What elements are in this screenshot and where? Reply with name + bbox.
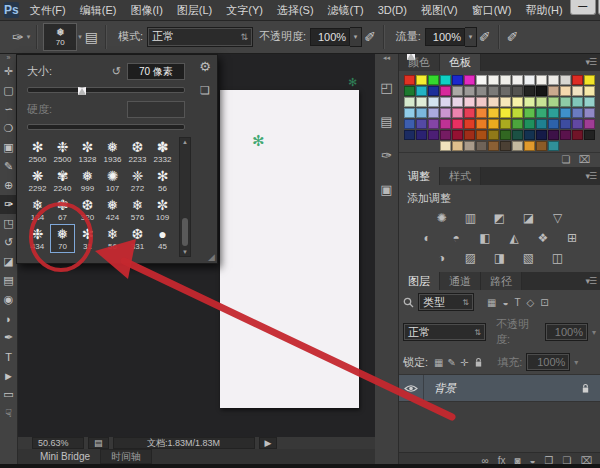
brush-preset-109[interactable]: ✼109 xyxy=(150,195,175,224)
crop-tool[interactable]: ▣ xyxy=(0,138,17,157)
brush-preset-67[interactable]: ❃67 xyxy=(50,195,75,224)
threshold-icon[interactable]: ◨ xyxy=(491,251,509,265)
color-swatch[interactable] xyxy=(476,108,487,118)
exposure-icon[interactable]: ◪ xyxy=(520,211,538,225)
color-swatch[interactable] xyxy=(452,75,463,85)
brush-preset-272[interactable]: ❈272 xyxy=(125,166,150,195)
quick-selection-tool[interactable]: ❍ xyxy=(0,119,17,138)
tablet-opacity-icon[interactable]: ✐ xyxy=(362,29,378,45)
color-swatch[interactable] xyxy=(476,86,487,96)
color-swatch[interactable] xyxy=(536,108,547,118)
color-swatch[interactable] xyxy=(512,86,523,96)
tab-adjustments-2[interactable]: 样式 xyxy=(440,167,481,185)
healing-brush-tool[interactable]: ⊕ xyxy=(0,176,17,195)
posterize-icon[interactable]: ▨ xyxy=(462,251,480,265)
color-swatch[interactable] xyxy=(452,86,463,96)
hand-tool[interactable]: ☟ xyxy=(0,404,17,423)
color-swatch[interactable] xyxy=(428,119,439,129)
color-swatch[interactable] xyxy=(464,86,475,96)
color-swatch[interactable] xyxy=(512,141,523,151)
color-swatch[interactable] xyxy=(440,97,451,107)
color-swatch[interactable] xyxy=(572,75,583,85)
brush-preset-2240[interactable]: ✾2240 xyxy=(50,166,75,195)
color-swatch[interactable] xyxy=(416,119,427,129)
tab-adjustments-1[interactable]: 调整 xyxy=(399,167,440,185)
color-swatch[interactable] xyxy=(548,86,559,96)
black-white-icon[interactable]: ◧ xyxy=(476,231,494,245)
lock-all-icon[interactable] xyxy=(474,357,483,368)
picker-settings-gear-icon[interactable]: ⚙ xyxy=(199,59,211,74)
curves-icon[interactable]: ◩ xyxy=(491,211,509,225)
color-swatch[interactable] xyxy=(524,119,535,129)
color-swatch[interactable] xyxy=(536,75,547,85)
color-swatch[interactable] xyxy=(572,86,583,96)
color-swatch[interactable] xyxy=(464,130,475,140)
filter-smart-object-icon[interactable]: ⊡ xyxy=(537,297,551,308)
tab-layers-3[interactable]: 路径 xyxy=(481,272,522,290)
lock-pixels-icon[interactable]: ✎ xyxy=(446,357,458,368)
color-swatch[interactable] xyxy=(584,108,595,118)
color-swatch[interactable] xyxy=(536,119,547,129)
color-swatch[interactable] xyxy=(524,86,535,96)
color-swatch[interactable] xyxy=(524,108,535,118)
menu-item-2[interactable]: 编辑(E) xyxy=(73,0,124,20)
levels-icon[interactable]: ▥ xyxy=(462,211,480,225)
brush-preset-134[interactable]: ❄134 xyxy=(25,195,50,224)
color-swatch[interactable] xyxy=(440,108,451,118)
color-swatch[interactable] xyxy=(452,97,463,107)
color-swatch[interactable] xyxy=(500,119,511,129)
color-swatch[interactable] xyxy=(440,86,451,96)
photo-filter-icon[interactable]: ◭ xyxy=(505,231,523,245)
scroll-down-icon[interactable]: ▼ xyxy=(182,248,188,256)
color-swatch[interactable] xyxy=(500,108,511,118)
color-swatch[interactable] xyxy=(488,141,499,151)
color-swatch[interactable] xyxy=(584,97,595,107)
invert-icon[interactable]: ◑ xyxy=(433,251,451,265)
brush-preset-107[interactable]: ✺107 xyxy=(100,166,125,195)
filter-kind-select[interactable]: 类型 ⇅ xyxy=(418,293,474,311)
background-layer-row[interactable]: 背景 xyxy=(399,374,600,402)
color-swatch[interactable] xyxy=(560,75,571,85)
color-swatch[interactable] xyxy=(584,130,595,140)
flow-value[interactable]: 100% xyxy=(425,28,465,46)
color-swatch[interactable] xyxy=(476,130,487,140)
brush-preset-331[interactable]: ❆331 xyxy=(125,224,150,253)
resize-grip-icon[interactable]: ◢ xyxy=(208,252,215,262)
blend-mode-select[interactable]: 正常 ⇅ xyxy=(147,27,253,47)
menu-item-10[interactable]: 窗口(W) xyxy=(465,0,519,20)
color-swatch[interactable] xyxy=(524,75,535,85)
color-swatch[interactable] xyxy=(584,86,595,96)
color-swatch[interactable] xyxy=(500,141,511,151)
color-swatch[interactable] xyxy=(488,108,499,118)
history-brush-tool[interactable]: ↺ xyxy=(0,233,17,252)
size-slider-thumb[interactable] xyxy=(78,87,86,95)
menu-item-8[interactable]: 3D(D) xyxy=(371,0,414,20)
canvas[interactable]: ✻ xyxy=(220,90,359,408)
dock-collapse-icon[interactable]: ◂◂ xyxy=(383,53,390,63)
blur-tool[interactable]: ◉ xyxy=(0,290,17,309)
bottom-tab-1[interactable]: Mini Bridge xyxy=(30,449,100,464)
gradient-tool[interactable]: ▤ xyxy=(0,271,17,290)
brush-preset-picker-button[interactable]: ❅ 70 xyxy=(43,23,77,51)
color-swatch[interactable] xyxy=(464,119,475,129)
color-swatch[interactable] xyxy=(476,141,487,151)
color-swatch[interactable] xyxy=(416,97,427,107)
color-swatch[interactable] xyxy=(560,97,571,107)
menu-item-1[interactable]: 文件(F) xyxy=(23,0,73,20)
color-swatch[interactable] xyxy=(476,97,487,107)
tab-layers-2[interactable]: 通道 xyxy=(440,272,481,290)
brush-preset-1936[interactable]: ❅1936 xyxy=(100,137,125,166)
color-swatch[interactable] xyxy=(416,108,427,118)
color-swatch[interactable] xyxy=(500,130,511,140)
brush-preset-45[interactable]: ●45 xyxy=(150,224,175,253)
brush-preset-576[interactable]: ❄576 xyxy=(125,195,150,224)
color-swatch[interactable] xyxy=(500,97,511,107)
lock-position-icon[interactable]: ✛ xyxy=(458,357,470,368)
lock-transparency-icon[interactable]: ▦ xyxy=(432,357,445,368)
scrollbar-thumb[interactable] xyxy=(182,218,188,246)
eraser-tool[interactable]: ◪ xyxy=(0,252,17,271)
color-swatch[interactable] xyxy=(428,97,439,107)
pen-tool[interactable]: ✒ xyxy=(0,328,17,347)
color-swatch[interactable] xyxy=(512,108,523,118)
color-swatch[interactable] xyxy=(548,75,559,85)
